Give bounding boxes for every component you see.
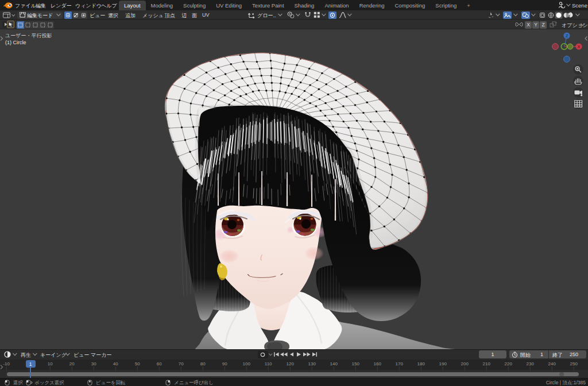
svg-text:200: 200 (461, 361, 469, 366)
svg-text:210: 210 (483, 361, 491, 366)
svg-text:60: 60 (157, 361, 162, 366)
svg-text:130: 130 (308, 361, 316, 366)
svg-text:30: 30 (91, 361, 96, 366)
svg-text:Z: Z (566, 33, 568, 38)
svg-text:-10: -10 (3, 361, 10, 366)
svg-text:50: 50 (135, 361, 140, 366)
svg-text:40: 40 (113, 361, 118, 366)
svg-text:70: 70 (179, 361, 184, 366)
svg-text:110: 110 (265, 361, 272, 366)
svg-text:90: 90 (222, 361, 227, 366)
svg-text:230: 230 (527, 361, 535, 366)
svg-text:160: 160 (374, 361, 382, 366)
svg-text:250: 250 (570, 361, 578, 366)
svg-text:240: 240 (548, 361, 556, 366)
svg-text:20: 20 (69, 361, 75, 366)
svg-text:X: X (577, 44, 580, 49)
svg-text:120: 120 (287, 361, 295, 366)
svg-text:170: 170 (396, 361, 404, 366)
svg-text:140: 140 (330, 361, 338, 366)
svg-text:190: 190 (439, 361, 447, 366)
svg-text:10: 10 (48, 361, 53, 366)
svg-text:220: 220 (505, 361, 513, 366)
svg-text:80: 80 (200, 361, 206, 366)
svg-text:180: 180 (417, 361, 425, 366)
svg-text:100: 100 (243, 361, 251, 366)
svg-text:150: 150 (352, 361, 360, 366)
